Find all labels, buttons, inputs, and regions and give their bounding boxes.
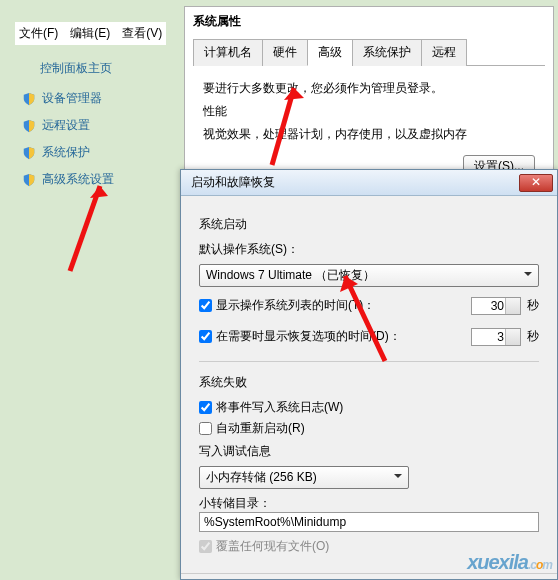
checkbox-show-os-list[interactable]: 显示操作系统列表的时间(T)：: [199, 297, 375, 314]
tab-hardware[interactable]: 硬件: [262, 39, 308, 66]
shield-icon: [22, 173, 36, 187]
shield-icon: [22, 92, 36, 106]
time-list-spinner[interactable]: 30: [471, 297, 521, 315]
dump-dir-label: 小转储目录：: [199, 495, 539, 512]
sidebar-item-label: 高级系统设置: [42, 171, 114, 188]
tab-bar: 计算机名 硬件 高级 系统保护 远程: [193, 38, 545, 66]
perf-desc: 视觉效果，处理器计划，内存使用，以及虚拟内存: [203, 126, 535, 143]
sidebar-item-label: 远程设置: [42, 117, 90, 134]
shield-icon: [22, 146, 36, 160]
sidebar-item-device-manager[interactable]: 设备管理器: [22, 90, 114, 107]
divider: [199, 361, 539, 362]
menu-edit[interactable]: 编辑(E): [70, 25, 110, 42]
checkbox-label: 自动重新启动(R): [216, 420, 305, 437]
annotation-arrow: [60, 176, 120, 276]
tab-content: 要进行大多数更改，您必须作为管理员登录。 性能 视觉效果，处理器计划，内存使用，…: [185, 66, 553, 155]
shield-icon: [22, 119, 36, 133]
checkbox-auto-restart[interactable]: 自动重新启动(R): [199, 420, 539, 437]
close-button[interactable]: ✕: [519, 174, 553, 192]
dialog-title: 启动和故障恢复: [191, 174, 275, 191]
menu-view[interactable]: 查看(V): [122, 25, 162, 42]
default-os-select[interactable]: Windows 7 Ultimate （已恢复）: [199, 264, 539, 287]
menu-file[interactable]: 文件(F): [19, 25, 58, 42]
dump-dir-input[interactable]: [199, 512, 539, 532]
system-properties-dialog: 系统属性 计算机名 硬件 高级 系统保护 远程 要进行大多数更改，您必须作为管理…: [184, 6, 554, 170]
dump-label: 写入调试信息: [199, 443, 539, 460]
sidebar-item-remote[interactable]: 远程设置: [22, 117, 114, 134]
startup-recovery-dialog: 启动和故障恢复 ✕ 系统启动 默认操作系统(S)： Windows 7 Ulti…: [180, 169, 558, 580]
checkbox-input[interactable]: [199, 330, 212, 343]
checkbox-input: [199, 540, 212, 553]
checkbox-show-recovery[interactable]: 在需要时显示恢复选项的时间(D)：: [199, 328, 401, 345]
checkbox-input[interactable]: [199, 401, 212, 414]
tab-remote[interactable]: 远程: [421, 39, 467, 66]
tab-computer-name[interactable]: 计算机名: [193, 39, 263, 66]
watermark: xuexila.com: [467, 551, 552, 574]
tab-advanced[interactable]: 高级: [307, 39, 353, 66]
checkbox-label: 显示操作系统列表的时间(T)：: [216, 297, 375, 314]
dump-type-select[interactable]: 小内存转储 (256 KB): [199, 466, 409, 489]
checkbox-write-log[interactable]: 将事件写入系统日志(W): [199, 399, 539, 416]
sidebar-item-advanced[interactable]: 高级系统设置: [22, 171, 114, 188]
admin-warning: 要进行大多数更改，您必须作为管理员登录。: [203, 80, 535, 97]
perf-title: 性能: [203, 103, 535, 120]
sidebar-item-label: 系统保护: [42, 144, 90, 161]
checkbox-label: 将事件写入系统日志(W): [216, 399, 343, 416]
checkbox-label: 在需要时显示恢复选项的时间(D)：: [216, 328, 401, 345]
group-failure: 系统失败: [199, 374, 539, 391]
sidebar: 设备管理器 远程设置 系统保护 高级系统设置: [22, 90, 114, 188]
close-icon: ✕: [531, 175, 541, 189]
menu-bar: 文件(F) 编辑(E) 查看(V): [15, 22, 166, 45]
checkbox-input[interactable]: [199, 422, 212, 435]
seconds-label: 秒: [527, 297, 539, 314]
checkbox-input[interactable]: [199, 299, 212, 312]
checkbox-label: 覆盖任何现有文件(O): [216, 538, 329, 555]
title-bar: 启动和故障恢复 ✕: [181, 170, 557, 196]
default-os-label: 默认操作系统(S)：: [199, 241, 539, 258]
sidebar-item-label: 设备管理器: [42, 90, 102, 107]
tab-protection[interactable]: 系统保护: [352, 39, 422, 66]
time-recov-spinner[interactable]: 3: [471, 328, 521, 346]
control-panel-home[interactable]: 控制面板主页: [40, 60, 112, 77]
group-startup: 系统启动: [199, 216, 539, 233]
seconds-label: 秒: [527, 328, 539, 345]
dialog-title: 系统属性: [185, 7, 553, 36]
sidebar-item-protection[interactable]: 系统保护: [22, 144, 114, 161]
